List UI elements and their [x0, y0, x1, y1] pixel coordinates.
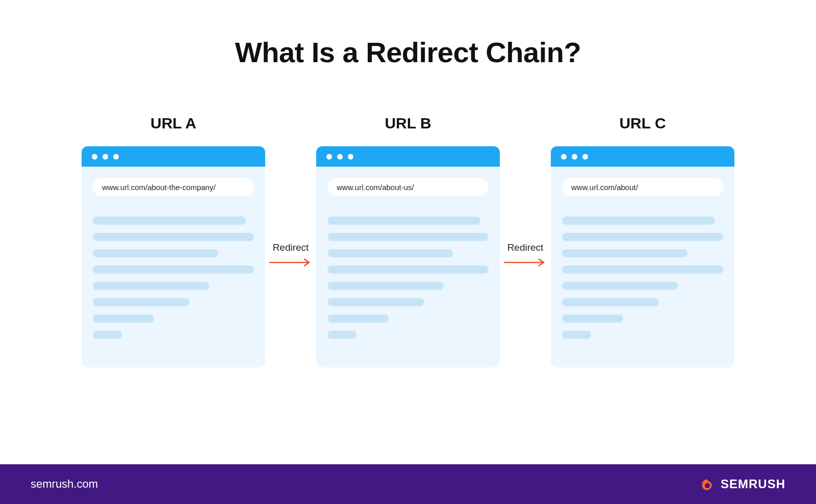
browser-mockup-c: www.url.com/about/	[551, 146, 734, 367]
browser-mockup-b: www.url.com/about-us/	[316, 146, 500, 367]
placeholder-line	[93, 233, 254, 241]
placeholder-line	[93, 282, 209, 290]
placeholder-line	[93, 249, 218, 257]
column-url-c: URL C www.url.com/about/	[551, 115, 734, 367]
placeholder-line	[327, 314, 389, 323]
placeholder-line	[562, 331, 591, 339]
window-dot-icon	[103, 154, 108, 160]
window-dot-icon	[113, 154, 119, 160]
column-url-b: URL B www.url.com/about-us/	[316, 115, 500, 367]
url-bar-c: www.url.com/about/	[562, 178, 723, 196]
placeholder-line	[93, 298, 190, 306]
window-dot-icon	[561, 154, 567, 160]
window-dot-icon	[348, 154, 353, 160]
placeholder-line	[327, 266, 489, 274]
placeholder-line	[327, 249, 453, 257]
browser-header	[551, 146, 734, 167]
placeholder-line	[562, 298, 659, 306]
footer-bar: semrush.com SEMRUSH	[0, 464, 816, 504]
semrush-fire-icon	[698, 475, 716, 493]
placeholder-line	[562, 233, 723, 241]
browser-header	[82, 146, 265, 167]
column-label-b: URL B	[385, 115, 431, 132]
semrush-logo: SEMRUSH	[698, 475, 785, 493]
arrow-right-icon	[268, 257, 313, 268]
placeholder-line	[562, 217, 715, 225]
browser-mockup-a: www.url.com/about-the-company/	[82, 146, 265, 367]
svg-point-2	[705, 483, 710, 488]
placeholder-line	[562, 282, 678, 290]
placeholder-line	[93, 314, 154, 323]
diagram-title: What Is a Redirect Chain?	[0, 36, 816, 69]
arrow-right-icon	[503, 257, 548, 268]
window-dot-icon	[572, 154, 577, 160]
placeholder-line	[327, 331, 356, 339]
placeholder-line	[93, 331, 122, 339]
semrush-logo-text: SEMRUSH	[721, 477, 785, 491]
placeholder-line	[327, 282, 444, 290]
redirect-connector: Redirect	[265, 242, 316, 268]
browser-header	[316, 146, 500, 167]
placeholder-line	[327, 298, 424, 306]
placeholder-line	[562, 266, 723, 274]
browser-body: www.url.com/about-us/	[316, 167, 500, 367]
placeholder-line	[93, 266, 254, 274]
redirect-label: Redirect	[273, 242, 309, 253]
placeholder-line	[327, 233, 489, 241]
redirect-label: Redirect	[507, 242, 544, 253]
content-placeholder-lines	[93, 217, 254, 339]
placeholder-line	[562, 249, 687, 257]
content-placeholder-lines	[562, 217, 723, 339]
redirect-chain-diagram: URL A www.url.com/about-the-company/	[0, 115, 816, 367]
column-url-a: URL A www.url.com/about-the-company/	[82, 115, 265, 367]
window-dot-icon	[337, 154, 343, 160]
url-bar-b: www.url.com/about-us/	[327, 178, 489, 196]
redirect-connector: Redirect	[500, 242, 551, 268]
content-placeholder-lines	[327, 217, 489, 339]
window-dot-icon	[92, 154, 97, 160]
browser-body: www.url.com/about-the-company/	[82, 167, 265, 367]
column-label-a: URL A	[150, 115, 196, 132]
window-dot-icon	[326, 154, 332, 160]
placeholder-line	[562, 314, 623, 323]
placeholder-line	[327, 217, 480, 225]
column-label-c: URL C	[619, 115, 666, 132]
footer-site-url: semrush.com	[31, 478, 98, 491]
window-dot-icon	[582, 154, 588, 160]
browser-body: www.url.com/about/	[551, 167, 734, 367]
url-bar-a: www.url.com/about-the-company/	[93, 178, 254, 196]
placeholder-line	[93, 217, 246, 225]
